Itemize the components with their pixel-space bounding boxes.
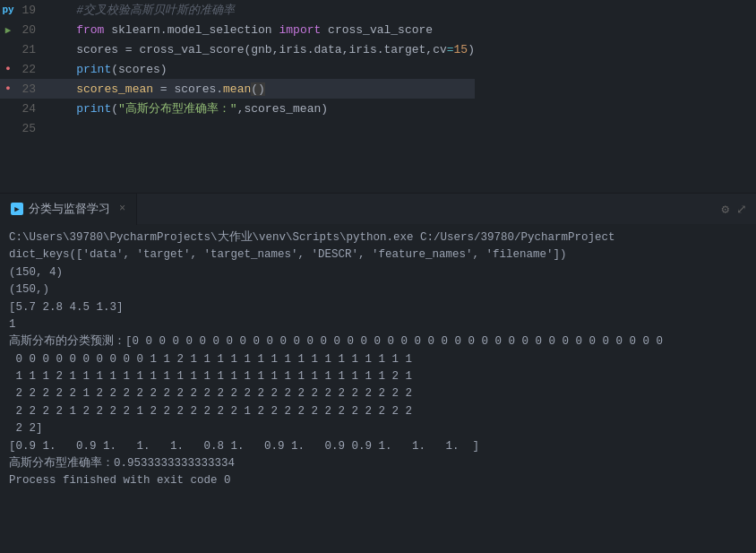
- editor-area: py19 #交叉校验高斯贝叶斯的准确率▶20 from sklearn.mode…: [0, 0, 756, 193]
- line-code: print(scores): [41, 63, 475, 76]
- line-code: print("高斯分布型准确率：",scores_mean): [41, 100, 475, 117]
- terminal-line: 0 0 0 0 0 0 0 0 0 0 1 1 2 1 1 1 1 1 1 1 …: [9, 351, 747, 368]
- line-icon: ●: [0, 59, 16, 79]
- line-icon: ▶: [0, 20, 16, 39]
- terminal-line: [0.9 1. 0.9 1. 1. 1. 0.8 1. 0.9 1. 0.9 0…: [9, 438, 747, 455]
- terminal-line: C:\Users\39780\PycharmProjects\大作业\venv\…: [9, 229, 747, 246]
- terminal-tab[interactable]: ▶ 分类与监督学习 ×: [0, 194, 137, 225]
- line-icon: [0, 39, 16, 59]
- terminal-output: C:\Users\39780\PycharmProjects\大作业\venv\…: [0, 224, 756, 553]
- code-line: 25: [0, 118, 475, 138]
- line-icon: [0, 118, 16, 138]
- code-line: ●22 print(scores): [0, 59, 475, 79]
- line-number: 19: [16, 4, 41, 17]
- terminal-line: 1 1 1 2 1 1 1 1 1 1 1 1 1 1 1 1 1 1 1 1 …: [9, 368, 747, 385]
- line-code: scores_mean = scores.mean(): [41, 82, 475, 96]
- line-number: 21: [16, 43, 41, 56]
- terminal-line: 高斯分布的分类预测：[0 0 0 0 0 0 0 0 0 0 0 0 0 0 0…: [9, 333, 747, 350]
- line-icon: [0, 99, 16, 118]
- terminal-tab-icon: ▶: [11, 203, 23, 215]
- code-line: ●23 scores_mean = scores.mean(): [0, 79, 475, 99]
- line-number: 22: [16, 63, 41, 76]
- terminal-line: 2 2 2 2 1 2 2 2 2 1 2 2 2 2 2 2 2 1 2 2 …: [9, 403, 747, 420]
- line-icon: py: [0, 0, 16, 20]
- line-code: from sklearn.model_selection import cros…: [41, 23, 475, 37]
- terminal-line: (150,): [9, 281, 747, 298]
- line-number: 20: [16, 23, 41, 37]
- line-code: scores = cross_val_score(gnb,iris.data,i…: [41, 43, 475, 56]
- line-number: 25: [16, 122, 41, 135]
- terminal-line: (150, 4): [9, 264, 747, 281]
- line-number: 24: [16, 102, 41, 116]
- terminal-line: Process finished with exit code 0: [9, 472, 747, 489]
- terminal-line: 2 2 2 2 2 1 2 2 2 2 2 2 2 2 2 2 2 2 2 2 …: [9, 385, 747, 402]
- line-icon: ●: [0, 79, 16, 99]
- terminal-line: 2 2]: [9, 420, 747, 437]
- code-line: 21 scores = cross_val_score(gnb,iris.dat…: [0, 39, 475, 59]
- expand-icon[interactable]: ⤢: [736, 202, 747, 217]
- code-gutter: py19 #交叉校验高斯贝叶斯的准确率▶20 from sklearn.mode…: [0, 0, 475, 193]
- gear-icon[interactable]: ⚙: [722, 202, 729, 217]
- code-line: 24 print("高斯分布型准确率：",scores_mean): [0, 99, 475, 118]
- terminal-line: [5.7 2.8 4.5 1.3]: [9, 299, 747, 316]
- code-line: py19 #交叉校验高斯贝叶斯的准确率: [0, 0, 475, 20]
- code-line: ▶20 from sklearn.model_selection import …: [0, 20, 475, 39]
- terminal-tab-close[interactable]: ×: [119, 203, 125, 215]
- line-number: 23: [16, 82, 41, 96]
- terminal-tab-bar: ▶ 分类与监督学习 × ⚙ ⤢: [0, 193, 756, 224]
- line-code: #交叉校验高斯贝叶斯的准确率: [41, 2, 475, 18]
- terminal-line: 1: [9, 316, 747, 333]
- terminal-tab-settings: ⚙ ⤢: [722, 202, 756, 217]
- terminal-line: 高斯分布型准确率：0.9533333333333334: [9, 455, 747, 472]
- terminal-tab-label: 分类与监督学习: [29, 201, 110, 217]
- terminal-line: dict_keys(['data', 'target', 'target_nam…: [9, 246, 747, 264]
